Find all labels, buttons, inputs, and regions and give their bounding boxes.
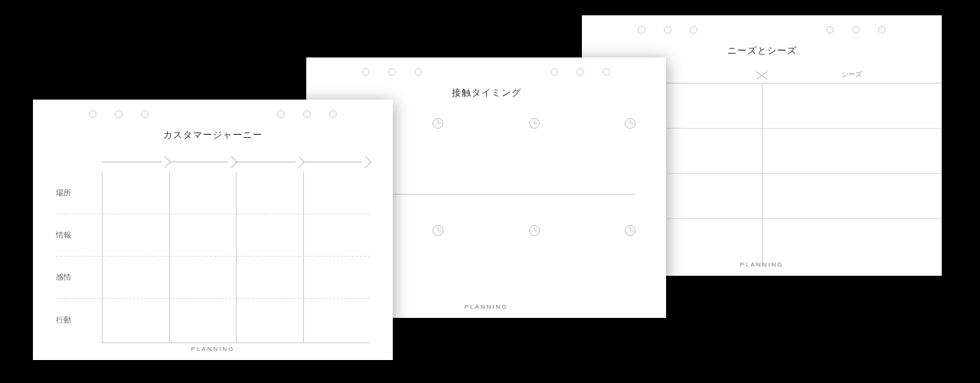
journey-row: 行動 xyxy=(56,299,370,341)
clock-icon xyxy=(529,225,540,236)
chevron-icon xyxy=(102,154,169,171)
row-label: 情報 xyxy=(56,230,71,241)
chevron-icon xyxy=(169,154,237,171)
sheet-customer-journey: カスタマージャーニー 場所 情報 感情 行動 PLANNING xyxy=(33,100,393,360)
journey-row: 感情 xyxy=(56,257,370,299)
col-seeds-header: シーズ xyxy=(762,67,942,83)
clock-icon xyxy=(529,118,540,129)
clock-icon xyxy=(625,118,635,129)
chevron-icon xyxy=(303,154,371,171)
sheet-title: 接触タイミング xyxy=(306,87,666,100)
binder-holes xyxy=(582,15,942,34)
clock-icon xyxy=(433,118,443,129)
phase-arrows xyxy=(102,154,370,171)
chevron-icon xyxy=(236,154,303,171)
cross-icon xyxy=(755,68,769,82)
row-label: 行動 xyxy=(56,315,71,326)
journey-row: 場所 xyxy=(56,172,370,214)
row-label: 場所 xyxy=(56,188,71,198)
binder-holes xyxy=(306,57,666,76)
clock-icon xyxy=(625,225,635,236)
journey-row: 情報 xyxy=(56,214,370,257)
clock-icon xyxy=(433,225,443,236)
sheet-title: ニーズとシーズ xyxy=(582,44,942,57)
journey-body: 場所 情報 感情 行動 xyxy=(56,155,370,343)
sheet-footer: PLANNING xyxy=(33,345,393,352)
binder-holes xyxy=(33,100,393,118)
sheet-title: カスタマージャーニー xyxy=(33,129,393,142)
row-label: 感情 xyxy=(56,272,71,283)
